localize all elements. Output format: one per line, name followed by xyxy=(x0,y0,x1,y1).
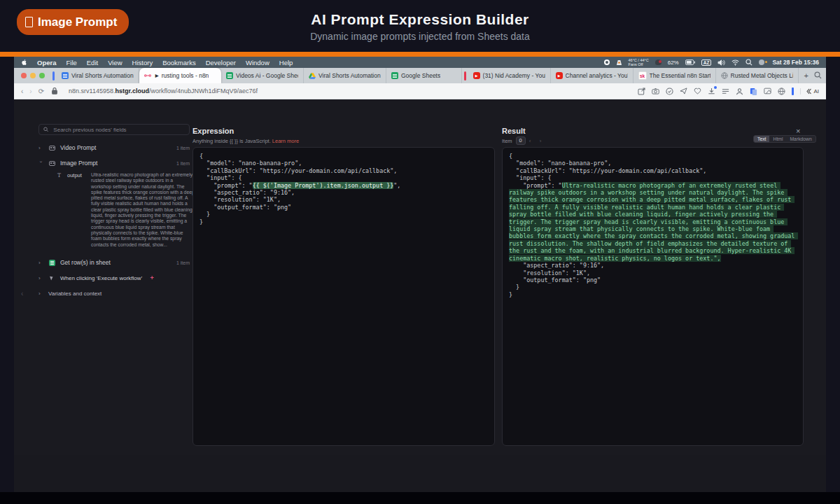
node-row-image-prompt[interactable]: › Image Prompt 1 item xyxy=(38,158,190,168)
badge-check-icon[interactable] xyxy=(666,88,673,95)
camera-icon[interactable] xyxy=(652,88,659,95)
lock-icon xyxy=(50,88,58,95)
close-window-button[interactable] xyxy=(21,73,27,78)
download-icon[interactable] xyxy=(708,88,715,95)
result-code-view[interactable]: { "model": "nano-banana-pro", "callBackU… xyxy=(502,147,804,446)
trigger-cursor-icon xyxy=(48,276,55,280)
send-icon[interactable] xyxy=(680,88,687,95)
node-row-execute-workflow-trigger[interactable]: › When clicking ‘Execute workflow’ + xyxy=(38,273,190,283)
menu-item-developer[interactable]: Developer xyxy=(206,59,236,66)
tab-essential-n8n-starter[interactable]: sk The Essential n8n Starte xyxy=(634,68,716,83)
apple-logo-icon[interactable] xyxy=(21,59,27,66)
forward-button[interactable]: › xyxy=(29,88,31,95)
download-badge-dot xyxy=(714,86,717,89)
chevron-right-icon[interactable]: › xyxy=(38,275,43,281)
extensions-globe-icon[interactable] xyxy=(778,88,785,95)
youtube-favicon-icon xyxy=(473,72,480,79)
record-status-icon[interactable] xyxy=(604,59,610,65)
new-tab-button[interactable]: + xyxy=(804,71,808,80)
menu-item-help[interactable]: Help xyxy=(279,59,293,66)
menu-item-history[interactable]: History xyxy=(132,59,153,66)
collapse-panel-chevron[interactable]: ‹ xyxy=(21,290,23,298)
string-type-icon: T xyxy=(57,172,63,178)
bot-node-icon xyxy=(48,161,55,166)
vlc-cone-icon[interactable] xyxy=(616,59,622,66)
chevron-down-icon[interactable]: › xyxy=(38,161,44,166)
n8n-favicon-icon xyxy=(144,72,151,79)
input-source-indicator[interactable]: AZ xyxy=(701,59,712,66)
menu-item-window[interactable]: Window xyxy=(246,59,270,66)
snapshot-icon[interactable] xyxy=(764,88,771,95)
item-index-input[interactable]: 0 xyxy=(516,136,526,145)
macos-menu-bar: Opera File Edit View History Bookmarks D… xyxy=(14,57,826,68)
tab-search-icon[interactable] xyxy=(814,69,822,82)
item-prev-next-buttons[interactable]: ‹ › xyxy=(529,138,545,144)
minimize-window-button[interactable] xyxy=(30,73,36,78)
browser-tab-bar: Viral Shorts Automation ► rusting tools … xyxy=(14,68,826,83)
heart-bookmark-icon[interactable] xyxy=(694,88,701,95)
edit-share-icon[interactable] xyxy=(638,88,645,95)
reading-list-icon[interactable] xyxy=(722,88,729,95)
browser-address-bar: ‹ › ⟳ n8n.srv1145958.hstgr.cloud/workflo… xyxy=(14,83,826,99)
node-row-variables-and-context[interactable]: › Variables and context xyxy=(38,288,190,298)
menu-item-bookmarks[interactable]: Bookmarks xyxy=(162,59,196,66)
tab-rusted-metal-objects[interactable]: Rusted Metal Objects Li xyxy=(716,68,799,83)
google-sheets-favicon-icon xyxy=(226,72,233,79)
menu-item-file[interactable]: File xyxy=(66,59,76,66)
spotlight-search-icon[interactable] xyxy=(746,59,752,66)
back-button[interactable]: ‹ xyxy=(21,88,23,95)
search-icon xyxy=(43,127,48,132)
temperature-status[interactable]: 46°C / 44°C Fans Off xyxy=(629,58,649,66)
chevron-right-icon[interactable]: › xyxy=(38,145,43,151)
menu-bar-clock[interactable]: Sat 28 Feb 15:36 xyxy=(772,59,819,66)
accent-divider xyxy=(0,52,840,57)
tab-group-bar-blue xyxy=(52,71,55,80)
reload-button[interactable]: ⟳ xyxy=(38,88,44,95)
search-fields-box[interactable] xyxy=(38,124,190,135)
chevron-right-icon[interactable]: › xyxy=(38,260,43,266)
copy-pages-icon[interactable] xyxy=(750,88,757,95)
tab-google-sheets[interactable]: Google Sheets xyxy=(386,68,462,83)
tab-channel-analytics-youtube[interactable]: Channel analytics - YouT xyxy=(551,68,634,83)
view-tab-markdown[interactable]: Markdown xyxy=(786,136,815,142)
battery-percent: 62% xyxy=(668,59,679,66)
menu-item-edit[interactable]: Edit xyxy=(87,59,98,66)
menu-item-opera[interactable]: Opera xyxy=(37,59,56,66)
aria-ai-button[interactable]: AI xyxy=(800,88,819,94)
node-row-video-prompt[interactable]: › Video Prompt 1 item xyxy=(38,143,190,153)
chevron-right-icon[interactable]: › xyxy=(38,290,43,297)
sidebar-toggle-indicator[interactable] xyxy=(792,88,794,95)
menu-bar-status-area: 46°C / 44°C Fans Off 62% AZ Sat 28 Feb 1… xyxy=(604,58,819,66)
view-tab-text[interactable]: Text xyxy=(754,136,769,142)
bot-node-icon xyxy=(48,146,55,150)
tab-viral-shorts-automation-2[interactable]: Viral Shorts Automation xyxy=(304,68,386,83)
tab-videos-ai-google-sheets[interactable]: Videos Ai - Google Shee xyxy=(221,68,304,83)
search-input[interactable] xyxy=(52,126,185,134)
close-icon[interactable]: × xyxy=(796,127,800,135)
maximize-window-button[interactable] xyxy=(39,73,45,78)
google-sheets-favicon-icon xyxy=(391,72,398,79)
output-preview-text: Ultra-realistic macro photograph of an e… xyxy=(91,172,195,248)
output-field-row[interactable]: T output Ultra-realistic macro photograp… xyxy=(57,172,195,248)
n8n-expression-modal: › Video Prompt 1 item › Image Prompt 1 i… xyxy=(14,99,826,455)
tab-rusting-tools-n8n-active[interactable]: ► rusting tools - n8n xyxy=(139,68,221,83)
assistant-icon[interactable] xyxy=(759,59,764,65)
tab-viral-shorts-automation-1[interactable]: Viral Shorts Automation xyxy=(57,68,139,83)
expression-panel-title: Expression xyxy=(192,127,234,135)
window-controls xyxy=(21,73,45,78)
node-row-get-rows-in-sheet[interactable]: › Get row(s) in sheet 1 item xyxy=(38,258,190,267)
battery-icon[interactable] xyxy=(685,59,695,65)
volume-icon[interactable] xyxy=(718,59,725,66)
profile-icon[interactable] xyxy=(736,88,743,95)
sheets-node-icon xyxy=(48,260,55,266)
learn-more-link[interactable]: Learn more xyxy=(272,138,299,144)
tab-nid-academy-youtube[interactable]: (31) Nid Academy - YouT xyxy=(468,68,551,83)
menu-item-view[interactable]: View xyxy=(108,59,122,66)
tab-group-bar-red xyxy=(464,71,466,80)
wifi-icon[interactable] xyxy=(732,59,739,66)
url-field[interactable]: n8n.srv1145958.hstgr.cloud/workflow/4nub… xyxy=(69,88,258,94)
view-tab-html[interactable]: Html xyxy=(769,136,786,142)
bottom-black-bar xyxy=(0,492,840,504)
menubar-app-icon[interactable] xyxy=(655,59,662,65)
expression-code-editor[interactable]: { "model": "nano-banana-pro", "callBackU… xyxy=(192,147,495,446)
